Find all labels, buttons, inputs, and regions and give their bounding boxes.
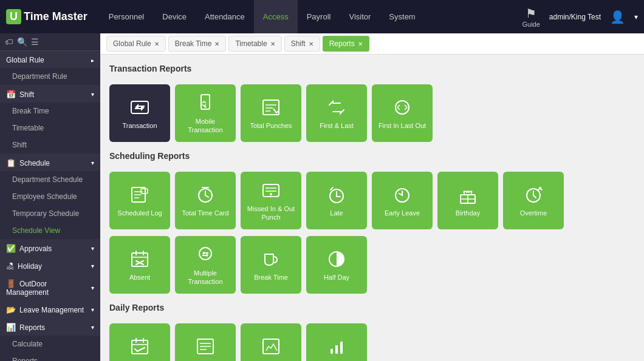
sidebar-section-reports[interactable]: 📊Reports ▾ <box>0 318 100 336</box>
sidebar-item-department-rule[interactable]: Department Rule <box>0 68 100 85</box>
tab-global-rule[interactable]: Global Rule ✕ <box>106 36 166 52</box>
card-half-day-label: Half Day <box>324 274 349 282</box>
search-icon[interactable]: 🔍 <box>17 37 27 47</box>
tab-reports-close[interactable]: ✕ <box>358 41 363 47</box>
sidebar-item-timetable[interactable]: Timetable <box>0 120 100 137</box>
outdoor-chevron: ▾ <box>91 285 94 291</box>
leave-icon: 📂 <box>6 305 16 314</box>
transaction-card-icon <box>129 96 151 118</box>
card-total-punches[interactable]: Total Punches <box>241 84 301 142</box>
tab-break-time[interactable]: Break Time ✕ <box>168 36 227 52</box>
sidebar-item-dept-schedule[interactable]: Department Schedule <box>0 171 100 188</box>
tab-shift-close[interactable]: ✕ <box>309 41 313 47</box>
card-half-day[interactable]: Half Day <box>306 236 367 294</box>
sidebar-section-leave[interactable]: 📂Leave Management ▾ <box>0 300 100 318</box>
transaction-reports-grid: Transaction Mobile Transaction <box>109 84 635 142</box>
tab-shift-label: Shift <box>291 39 306 48</box>
sidebar-section-approvals[interactable]: ✅Approvals ▾ <box>0 239 100 257</box>
svg-rect-41 <box>331 349 333 354</box>
card-daily-summary[interactable]: Daily Summary <box>241 323 301 361</box>
card-daily-details[interactable]: Daily Details <box>175 323 236 361</box>
nav-items: Personnel Device Attendance Access Payro… <box>100 0 522 33</box>
card-overtime[interactable]: Overtime <box>503 172 564 229</box>
nav-visitor[interactable]: Visitor <box>340 0 380 33</box>
sidebar-section-global-rule[interactable]: Global Rule ▸ <box>0 51 100 68</box>
card-overtime-label: Overtime <box>520 209 547 217</box>
transaction-reports-title: Transaction Reports <box>109 64 635 77</box>
guide-button[interactable]: ⚑ Guide <box>522 6 540 28</box>
overtime-icon <box>522 184 544 206</box>
logo-brand: Time Master <box>24 10 87 23</box>
tab-break-time-close[interactable]: ✕ <box>214 41 219 47</box>
nav-payroll[interactable]: Payroll <box>298 0 340 33</box>
daily-reports-grid: Daily Attendance Daily Details <box>109 323 635 361</box>
guide-label: Guide <box>522 21 540 28</box>
tab-reports-label: Reports <box>329 39 355 48</box>
card-daily-status[interactable]: Daily Status <box>306 323 367 361</box>
card-scheduled-log[interactable]: Scheduled Log <box>109 172 170 229</box>
shift-icon: 📅 <box>6 90 16 99</box>
sidebar-section-schedule[interactable]: 📋Schedule ▾ <box>0 154 100 171</box>
sidebar-item-shift[interactable]: Shift <box>0 137 100 154</box>
nav-device[interactable]: Device <box>153 0 196 33</box>
card-first-in-last-out[interactable]: First In Last Out <box>372 84 433 142</box>
sidebar-section-outdoor[interactable]: 🚪OutDoor Management ▾ <box>0 274 100 300</box>
sidebar-item-calculate[interactable]: Calculate <box>0 336 100 353</box>
list-icon[interactable]: ☰ <box>31 37 39 47</box>
card-absent[interactable]: Absent <box>109 236 170 294</box>
card-mobile-transaction[interactable]: Mobile Transaction <box>175 84 236 142</box>
card-total-punches-label: Total Punches <box>250 122 292 130</box>
sidebar-global-rule-label: Global Rule <box>6 56 44 64</box>
svg-rect-0 <box>131 101 148 113</box>
chevron-down-icon: ▸ <box>91 57 94 64</box>
card-transaction[interactable]: Transaction <box>109 84 170 142</box>
tab-global-rule-close[interactable]: ✕ <box>154 41 159 47</box>
first-in-last-out-icon <box>391 96 413 118</box>
card-multiple-transaction[interactable]: Multiple Transaction <box>175 236 236 294</box>
svg-rect-24 <box>132 253 148 266</box>
topnav: U Time Master Personnel Device Attendanc… <box>0 0 644 33</box>
sidebar-item-break-time[interactable]: Break Time <box>0 103 100 120</box>
sidebar-item-reports[interactable]: Reports <box>0 353 100 361</box>
card-first-last[interactable]: First & Last <box>306 84 367 142</box>
card-early-leave[interactable]: Early Leave <box>372 172 433 229</box>
sidebar-item-employee-schedule[interactable]: Employee Schedule <box>0 188 100 205</box>
daily-status-icon <box>326 336 348 357</box>
daily-summary-icon <box>260 336 282 357</box>
leave-label: Leave Management <box>19 306 84 314</box>
leave-chevron: ▾ <box>91 306 94 313</box>
card-total-time-card[interactable]: Total Time Card <box>175 172 236 229</box>
nav-attendance[interactable]: Attendance <box>196 0 254 33</box>
user-avatar-icon[interactable]: 👤 <box>610 10 625 24</box>
tag-icon[interactable]: 🏷 <box>5 37 13 47</box>
card-missed-punch[interactable]: Missed In & Out Punch <box>241 172 301 229</box>
tab-timetable-close[interactable]: ✕ <box>270 41 275 47</box>
user-menu-chevron[interactable]: ▾ <box>634 13 638 21</box>
sidebar-item-temporary-schedule[interactable]: Temporary Schedule <box>0 205 100 222</box>
mobile-transaction-icon <box>194 92 216 114</box>
sidebar-section-holiday[interactable]: 🏖Holiday ▾ <box>0 257 100 274</box>
user-label: admin/King Test <box>549 13 601 21</box>
tab-timetable[interactable]: Timetable ✕ <box>228 36 281 52</box>
break-time-icon <box>260 248 282 270</box>
card-birthday[interactable]: Birthday <box>437 172 498 229</box>
tab-reports[interactable]: Reports ✕ <box>323 36 369 52</box>
nav-system[interactable]: System <box>380 0 424 33</box>
sidebar-item-schedule-view[interactable]: Schedule View <box>0 222 100 239</box>
card-break-time[interactable]: Break Time <box>241 236 301 294</box>
tab-shift[interactable]: Shift ✕ <box>284 36 320 52</box>
card-late[interactable]: Late <box>306 172 367 229</box>
svg-rect-40 <box>263 339 279 354</box>
card-first-last-label: First & Last <box>320 122 354 130</box>
tab-global-rule-label: Global Rule <box>113 39 151 48</box>
sidebar-section-shift[interactable]: 📅Shift ▾ <box>0 85 100 103</box>
nav-personnel[interactable]: Personnel <box>100 0 154 33</box>
scheduling-reports-title: Scheduling Reports <box>109 151 635 164</box>
approvals-label: Approvals <box>19 245 52 253</box>
main: Global Rule ✕ Break Time ✕ Timetable ✕ S… <box>100 33 644 361</box>
tab-bar: Global Rule ✕ Break Time ✕ Timetable ✕ S… <box>100 33 644 55</box>
card-daily-attendance[interactable]: Daily Attendance <box>109 323 170 361</box>
svg-point-20 <box>464 191 465 192</box>
approvals-icon: ✅ <box>6 244 16 253</box>
nav-access[interactable]: Access <box>254 0 298 33</box>
